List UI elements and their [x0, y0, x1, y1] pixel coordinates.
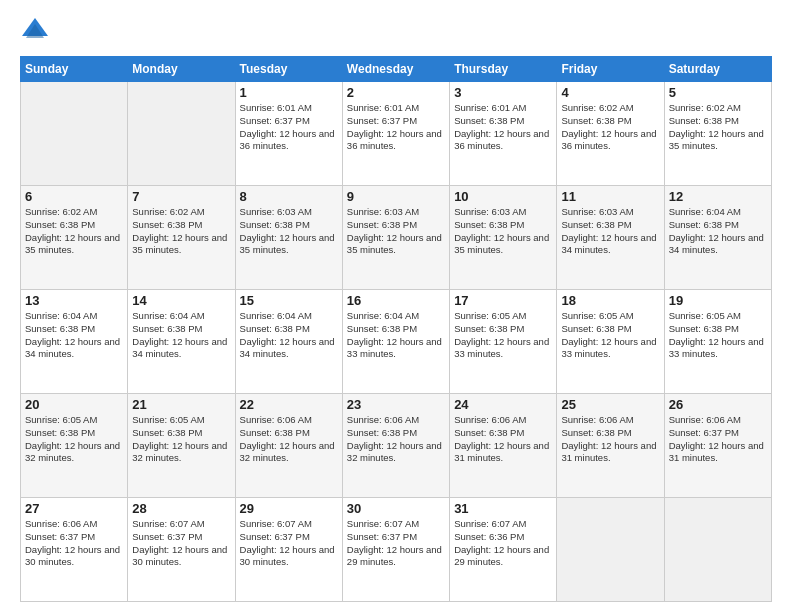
calendar-cell: 8Sunrise: 6:03 AM Sunset: 6:38 PM Daylig…	[235, 186, 342, 290]
day-info: Sunrise: 6:04 AM Sunset: 6:38 PM Dayligh…	[240, 310, 338, 361]
day-info: Sunrise: 6:01 AM Sunset: 6:37 PM Dayligh…	[240, 102, 338, 153]
day-info: Sunrise: 6:03 AM Sunset: 6:38 PM Dayligh…	[240, 206, 338, 257]
weekday-header-friday: Friday	[557, 57, 664, 82]
logo	[20, 16, 54, 46]
day-info: Sunrise: 6:07 AM Sunset: 6:36 PM Dayligh…	[454, 518, 552, 569]
calendar-cell: 28Sunrise: 6:07 AM Sunset: 6:37 PM Dayli…	[128, 498, 235, 602]
day-number: 26	[669, 397, 767, 412]
day-number: 27	[25, 501, 123, 516]
calendar-cell: 27Sunrise: 6:06 AM Sunset: 6:37 PM Dayli…	[21, 498, 128, 602]
day-info: Sunrise: 6:04 AM Sunset: 6:38 PM Dayligh…	[669, 206, 767, 257]
day-info: Sunrise: 6:01 AM Sunset: 6:37 PM Dayligh…	[347, 102, 445, 153]
day-info: Sunrise: 6:04 AM Sunset: 6:38 PM Dayligh…	[347, 310, 445, 361]
calendar-week-5: 27Sunrise: 6:06 AM Sunset: 6:37 PM Dayli…	[21, 498, 772, 602]
calendar-cell: 24Sunrise: 6:06 AM Sunset: 6:38 PM Dayli…	[450, 394, 557, 498]
weekday-row: SundayMondayTuesdayWednesdayThursdayFrid…	[21, 57, 772, 82]
day-info: Sunrise: 6:02 AM Sunset: 6:38 PM Dayligh…	[25, 206, 123, 257]
calendar-cell: 12Sunrise: 6:04 AM Sunset: 6:38 PM Dayli…	[664, 186, 771, 290]
day-number: 31	[454, 501, 552, 516]
weekday-header-wednesday: Wednesday	[342, 57, 449, 82]
logo-icon	[20, 16, 50, 46]
calendar-cell: 23Sunrise: 6:06 AM Sunset: 6:38 PM Dayli…	[342, 394, 449, 498]
calendar-cell: 10Sunrise: 6:03 AM Sunset: 6:38 PM Dayli…	[450, 186, 557, 290]
day-number: 11	[561, 189, 659, 204]
day-info: Sunrise: 6:06 AM Sunset: 6:38 PM Dayligh…	[347, 414, 445, 465]
day-number: 20	[25, 397, 123, 412]
day-number: 18	[561, 293, 659, 308]
calendar-cell: 29Sunrise: 6:07 AM Sunset: 6:37 PM Dayli…	[235, 498, 342, 602]
day-info: Sunrise: 6:05 AM Sunset: 6:38 PM Dayligh…	[25, 414, 123, 465]
calendar-cell: 17Sunrise: 6:05 AM Sunset: 6:38 PM Dayli…	[450, 290, 557, 394]
day-info: Sunrise: 6:07 AM Sunset: 6:37 PM Dayligh…	[347, 518, 445, 569]
calendar-table: SundayMondayTuesdayWednesdayThursdayFrid…	[20, 56, 772, 602]
page: SundayMondayTuesdayWednesdayThursdayFrid…	[0, 0, 792, 612]
day-info: Sunrise: 6:03 AM Sunset: 6:38 PM Dayligh…	[454, 206, 552, 257]
weekday-header-saturday: Saturday	[664, 57, 771, 82]
day-number: 17	[454, 293, 552, 308]
day-number: 15	[240, 293, 338, 308]
header	[20, 16, 772, 46]
calendar-cell: 3Sunrise: 6:01 AM Sunset: 6:38 PM Daylig…	[450, 82, 557, 186]
day-number: 16	[347, 293, 445, 308]
calendar-week-2: 6Sunrise: 6:02 AM Sunset: 6:38 PM Daylig…	[21, 186, 772, 290]
calendar-cell: 14Sunrise: 6:04 AM Sunset: 6:38 PM Dayli…	[128, 290, 235, 394]
day-info: Sunrise: 6:06 AM Sunset: 6:38 PM Dayligh…	[454, 414, 552, 465]
day-number: 5	[669, 85, 767, 100]
day-info: Sunrise: 6:07 AM Sunset: 6:37 PM Dayligh…	[240, 518, 338, 569]
calendar-cell: 4Sunrise: 6:02 AM Sunset: 6:38 PM Daylig…	[557, 82, 664, 186]
calendar-cell: 16Sunrise: 6:04 AM Sunset: 6:38 PM Dayli…	[342, 290, 449, 394]
weekday-header-thursday: Thursday	[450, 57, 557, 82]
day-info: Sunrise: 6:05 AM Sunset: 6:38 PM Dayligh…	[132, 414, 230, 465]
weekday-header-sunday: Sunday	[21, 57, 128, 82]
weekday-header-monday: Monday	[128, 57, 235, 82]
day-number: 4	[561, 85, 659, 100]
calendar-cell: 22Sunrise: 6:06 AM Sunset: 6:38 PM Dayli…	[235, 394, 342, 498]
day-number: 8	[240, 189, 338, 204]
calendar-header: SundayMondayTuesdayWednesdayThursdayFrid…	[21, 57, 772, 82]
day-info: Sunrise: 6:07 AM Sunset: 6:37 PM Dayligh…	[132, 518, 230, 569]
calendar-cell: 21Sunrise: 6:05 AM Sunset: 6:38 PM Dayli…	[128, 394, 235, 498]
calendar-cell: 11Sunrise: 6:03 AM Sunset: 6:38 PM Dayli…	[557, 186, 664, 290]
calendar-cell: 1Sunrise: 6:01 AM Sunset: 6:37 PM Daylig…	[235, 82, 342, 186]
day-number: 22	[240, 397, 338, 412]
day-info: Sunrise: 6:03 AM Sunset: 6:38 PM Dayligh…	[347, 206, 445, 257]
day-info: Sunrise: 6:04 AM Sunset: 6:38 PM Dayligh…	[25, 310, 123, 361]
day-number: 24	[454, 397, 552, 412]
calendar-cell: 18Sunrise: 6:05 AM Sunset: 6:38 PM Dayli…	[557, 290, 664, 394]
day-number: 10	[454, 189, 552, 204]
day-info: Sunrise: 6:02 AM Sunset: 6:38 PM Dayligh…	[132, 206, 230, 257]
day-info: Sunrise: 6:04 AM Sunset: 6:38 PM Dayligh…	[132, 310, 230, 361]
day-info: Sunrise: 6:03 AM Sunset: 6:38 PM Dayligh…	[561, 206, 659, 257]
day-info: Sunrise: 6:05 AM Sunset: 6:38 PM Dayligh…	[669, 310, 767, 361]
calendar-cell	[128, 82, 235, 186]
day-number: 23	[347, 397, 445, 412]
day-info: Sunrise: 6:06 AM Sunset: 6:37 PM Dayligh…	[669, 414, 767, 465]
calendar-cell: 2Sunrise: 6:01 AM Sunset: 6:37 PM Daylig…	[342, 82, 449, 186]
day-info: Sunrise: 6:05 AM Sunset: 6:38 PM Dayligh…	[561, 310, 659, 361]
calendar-cell: 9Sunrise: 6:03 AM Sunset: 6:38 PM Daylig…	[342, 186, 449, 290]
day-number: 29	[240, 501, 338, 516]
calendar-cell: 19Sunrise: 6:05 AM Sunset: 6:38 PM Dayli…	[664, 290, 771, 394]
calendar-cell: 26Sunrise: 6:06 AM Sunset: 6:37 PM Dayli…	[664, 394, 771, 498]
day-info: Sunrise: 6:01 AM Sunset: 6:38 PM Dayligh…	[454, 102, 552, 153]
calendar-cell: 13Sunrise: 6:04 AM Sunset: 6:38 PM Dayli…	[21, 290, 128, 394]
calendar-cell	[664, 498, 771, 602]
day-number: 25	[561, 397, 659, 412]
calendar-cell: 30Sunrise: 6:07 AM Sunset: 6:37 PM Dayli…	[342, 498, 449, 602]
calendar-week-1: 1Sunrise: 6:01 AM Sunset: 6:37 PM Daylig…	[21, 82, 772, 186]
day-number: 7	[132, 189, 230, 204]
calendar-cell: 25Sunrise: 6:06 AM Sunset: 6:38 PM Dayli…	[557, 394, 664, 498]
day-number: 19	[669, 293, 767, 308]
day-number: 1	[240, 85, 338, 100]
calendar-cell: 7Sunrise: 6:02 AM Sunset: 6:38 PM Daylig…	[128, 186, 235, 290]
calendar-cell: 6Sunrise: 6:02 AM Sunset: 6:38 PM Daylig…	[21, 186, 128, 290]
day-info: Sunrise: 6:05 AM Sunset: 6:38 PM Dayligh…	[454, 310, 552, 361]
calendar-week-4: 20Sunrise: 6:05 AM Sunset: 6:38 PM Dayli…	[21, 394, 772, 498]
day-number: 13	[25, 293, 123, 308]
day-number: 30	[347, 501, 445, 516]
day-number: 6	[25, 189, 123, 204]
day-number: 21	[132, 397, 230, 412]
calendar-week-3: 13Sunrise: 6:04 AM Sunset: 6:38 PM Dayli…	[21, 290, 772, 394]
day-info: Sunrise: 6:06 AM Sunset: 6:38 PM Dayligh…	[240, 414, 338, 465]
day-info: Sunrise: 6:02 AM Sunset: 6:38 PM Dayligh…	[561, 102, 659, 153]
